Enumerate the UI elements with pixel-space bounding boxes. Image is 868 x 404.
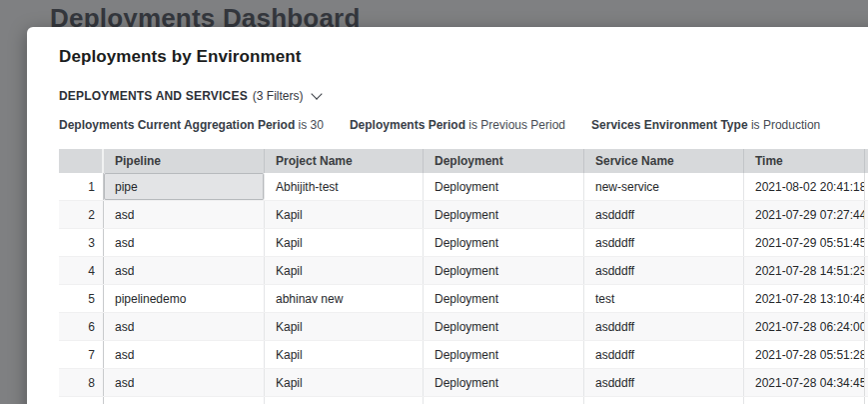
cell-pipeline[interactable]: asd xyxy=(104,313,265,340)
table-row: 4 asd Kapil Deployment asdddff 2021-07-2… xyxy=(59,257,868,285)
filters-expander[interactable]: DEPLOYMENTS AND SERVICES (3 Filters) xyxy=(59,89,321,103)
cell-deployment[interactable]: Deployment xyxy=(424,313,584,340)
cell-pipeline-selected[interactable]: pipe xyxy=(104,173,265,200)
cell-pipeline[interactable]: asd xyxy=(104,229,265,256)
cell-deployment[interactable]: Deployment xyxy=(424,397,584,404)
cell-deployment[interactable]: Deployment xyxy=(424,285,584,312)
filter-label: Services Environment Type xyxy=(591,118,748,132)
cell-project[interactable]: Kapil xyxy=(265,313,424,340)
filter-deployments-period[interactable]: Deployments Period is Previous Period xyxy=(350,118,565,132)
active-filters-row: Deployments Current Aggregation Period i… xyxy=(59,118,868,132)
cell-deployment[interactable]: Deployment xyxy=(424,341,584,368)
row-number: 2 xyxy=(59,201,104,228)
chevron-down-icon xyxy=(311,88,322,99)
deployments-table: Pipeline Project Name Deployment Service… xyxy=(59,149,868,404)
row-number: 1 xyxy=(59,173,104,200)
row-number: 3 xyxy=(59,229,104,256)
cell-pipeline[interactable]: asd xyxy=(104,397,265,404)
cell-time[interactable]: 2021-07-28 13:10:46 xyxy=(744,285,865,312)
row-number: 8 xyxy=(59,369,104,396)
cell-service[interactable]: asdddff xyxy=(584,341,744,368)
cell-service[interactable]: new-service xyxy=(584,173,744,200)
cell-project[interactable]: Kapil xyxy=(265,397,424,404)
table-row: 7 asd Kapil Deployment asdddff 2021-07-2… xyxy=(59,341,868,369)
cell-project[interactable]: Abhijith-test xyxy=(265,173,424,200)
column-header-service-name[interactable]: Service Name xyxy=(584,149,744,173)
row-number: 6 xyxy=(59,313,104,340)
row-number-header xyxy=(59,149,104,173)
cell-time[interactable]: 2021-07-28 05:51:28 xyxy=(744,341,865,368)
filters-bar-label: DEPLOYMENTS AND SERVICES xyxy=(59,89,248,103)
cell-pipeline[interactable]: asd xyxy=(104,369,265,396)
cell-time[interactable]: 2021-07-28 14:51:23 xyxy=(744,257,865,284)
cell-deployment[interactable]: Deployment xyxy=(424,369,584,396)
filter-label: Deployments Current Aggregation Period xyxy=(59,118,295,132)
cell-deployment[interactable]: Deployment xyxy=(424,201,584,228)
cell-service[interactable]: asdddff xyxy=(584,201,744,228)
cell-project[interactable]: Kapil xyxy=(265,341,424,368)
cell-time[interactable]: 2021-07-29 05:51:45 xyxy=(744,229,865,256)
cell-project[interactable]: abhinav new xyxy=(265,285,424,312)
cell-deployment[interactable]: Deployment xyxy=(424,173,584,200)
cell-service[interactable]: asdddff xyxy=(584,257,744,284)
column-header-deployment[interactable]: Deployment xyxy=(424,149,584,173)
column-header-pipeline[interactable]: Pipeline xyxy=(104,149,265,173)
cell-service[interactable]: asdddff xyxy=(584,229,744,256)
column-header-project-name[interactable]: Project Name xyxy=(265,149,424,173)
filter-label: Deployments Period xyxy=(350,118,465,132)
cell-project[interactable]: Kapil xyxy=(265,201,424,228)
table-row: 2 asd Kapil Deployment asdddff 2021-07-2… xyxy=(59,201,868,229)
cell-pipeline[interactable]: asd xyxy=(104,201,265,228)
row-number: 4 xyxy=(59,257,104,284)
cell-pipeline[interactable]: pipelinedemo xyxy=(104,285,265,312)
cell-time[interactable]: 2021-08-02 20:41:18 xyxy=(744,173,865,200)
table-header-row: Pipeline Project Name Deployment Service… xyxy=(59,149,868,173)
cell-deployment[interactable]: Deployment xyxy=(424,257,584,284)
table-row-partial: 9 asd Kapil Deployment asdddff 2021-07-2… xyxy=(59,397,868,404)
cell-time[interactable]: 2021-07-28 04:34:45 xyxy=(744,369,865,396)
cell-pipeline[interactable]: asd xyxy=(104,341,265,368)
cell-service[interactable]: asdddff xyxy=(584,313,744,340)
cell-deployment[interactable]: Deployment xyxy=(424,229,584,256)
cell-project[interactable]: Kapil xyxy=(265,257,424,284)
cell-pipeline[interactable]: asd xyxy=(104,257,265,284)
filters-count: (3 Filters) xyxy=(253,89,304,103)
cell-project[interactable]: Kapil xyxy=(265,229,424,256)
table-row: 8 asd Kapil Deployment asdddff 2021-07-2… xyxy=(59,369,868,397)
cell-project[interactable]: Kapil xyxy=(265,369,424,396)
cell-time[interactable]: 2021-07-29 07:27:44 xyxy=(744,201,865,228)
table-row: 5 pipelinedemo abhinav new Deployment te… xyxy=(59,285,868,313)
filter-condition: is Production xyxy=(751,118,820,132)
table-row: 3 asd Kapil Deployment asdddff 2021-07-2… xyxy=(59,229,868,257)
row-number: 9 xyxy=(59,397,104,404)
cell-time[interactable]: 2021-07-28 06:24:00 xyxy=(744,313,865,340)
row-number: 5 xyxy=(59,285,104,312)
column-header-time[interactable]: Time xyxy=(744,149,865,173)
cell-time[interactable]: 2021-07-28 02:12:39 xyxy=(744,397,865,404)
table-row: 6 asd Kapil Deployment asdddff 2021-07-2… xyxy=(59,313,868,341)
cell-service[interactable]: test xyxy=(584,285,744,312)
row-number: 7 xyxy=(59,341,104,368)
filter-environment-type[interactable]: Services Environment Type is Production xyxy=(591,118,820,132)
filter-condition: is Previous Period xyxy=(468,118,565,132)
filter-condition: is 30 xyxy=(299,118,324,132)
filter-aggregation-period[interactable]: Deployments Current Aggregation Period i… xyxy=(59,118,324,132)
cell-service[interactable]: asdddff xyxy=(584,397,744,404)
modal-title: Deployments by Environment xyxy=(59,47,868,67)
deployments-by-environment-modal: Deployments by Environment DEPLOYMENTS A… xyxy=(27,27,868,404)
table-row: 1 pipe Abhijith-test Deployment new-serv… xyxy=(59,173,868,201)
cell-service[interactable]: asdddff xyxy=(584,369,744,396)
